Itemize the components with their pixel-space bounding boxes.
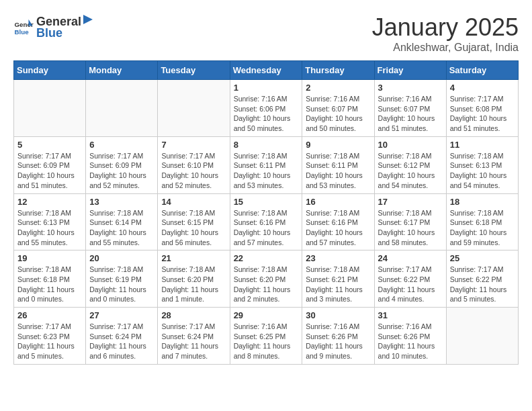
calendar-cell bbox=[14, 80, 86, 137]
calendar-cell: 2Sunrise: 7:16 AM Sunset: 6:07 PM Daylig… bbox=[302, 80, 374, 137]
day-info: Sunrise: 7:18 AM Sunset: 6:21 PM Dayligh… bbox=[306, 265, 370, 304]
day-info: Sunrise: 7:18 AM Sunset: 6:16 PM Dayligh… bbox=[234, 208, 299, 248]
day-info: Sunrise: 7:18 AM Sunset: 6:13 PM Dayligh… bbox=[450, 151, 515, 191]
svg-text:Blue: Blue bbox=[15, 28, 30, 36]
day-info: Sunrise: 7:18 AM Sunset: 6:20 PM Dayligh… bbox=[161, 265, 226, 304]
calendar-cell: 16Sunrise: 7:18 AM Sunset: 6:16 PM Dayli… bbox=[302, 193, 374, 250]
calendar-cell bbox=[158, 80, 230, 137]
day-number: 17 bbox=[378, 197, 443, 207]
day-number: 15 bbox=[234, 197, 299, 207]
calendar-cell: 8Sunrise: 7:18 AM Sunset: 6:11 PM Daylig… bbox=[230, 136, 302, 193]
day-info: Sunrise: 7:16 AM Sunset: 6:06 PM Dayligh… bbox=[234, 94, 299, 134]
day-number: 22 bbox=[234, 253, 299, 263]
calendar-cell: 21Sunrise: 7:18 AM Sunset: 6:20 PM Dayli… bbox=[158, 250, 230, 308]
day-info: Sunrise: 7:18 AM Sunset: 6:18 PM Dayligh… bbox=[450, 208, 515, 248]
calendar-cell: 18Sunrise: 7:18 AM Sunset: 6:18 PM Dayli… bbox=[446, 193, 518, 250]
day-number: 3 bbox=[378, 83, 443, 93]
calendar-cell: 10Sunrise: 7:18 AM Sunset: 6:12 PM Dayli… bbox=[374, 136, 446, 193]
day-number: 4 bbox=[450, 83, 515, 93]
day-number: 2 bbox=[306, 83, 370, 93]
day-number: 26 bbox=[17, 310, 82, 320]
day-info: Sunrise: 7:18 AM Sunset: 6:19 PM Dayligh… bbox=[89, 265, 154, 304]
day-info: Sunrise: 7:16 AM Sunset: 6:25 PM Dayligh… bbox=[234, 322, 299, 361]
calendar-cell: 9Sunrise: 7:18 AM Sunset: 6:11 PM Daylig… bbox=[302, 136, 374, 193]
day-info: Sunrise: 7:17 AM Sunset: 6:22 PM Dayligh… bbox=[450, 265, 515, 304]
day-info: Sunrise: 7:18 AM Sunset: 6:17 PM Dayligh… bbox=[378, 208, 443, 248]
day-info: Sunrise: 7:17 AM Sunset: 6:22 PM Dayligh… bbox=[378, 265, 443, 304]
day-number: 7 bbox=[161, 140, 226, 150]
weekday-header-monday: Monday bbox=[86, 61, 158, 80]
calendar-cell: 28Sunrise: 7:17 AM Sunset: 6:24 PM Dayli… bbox=[158, 308, 230, 365]
day-number: 30 bbox=[306, 310, 370, 320]
day-info: Sunrise: 7:16 AM Sunset: 6:07 PM Dayligh… bbox=[306, 94, 370, 134]
day-info: Sunrise: 7:18 AM Sunset: 6:20 PM Dayligh… bbox=[234, 265, 299, 304]
svg-marker-3 bbox=[83, 15, 93, 24]
day-number: 5 bbox=[17, 140, 82, 150]
calendar-cell: 14Sunrise: 7:18 AM Sunset: 6:15 PM Dayli… bbox=[158, 193, 230, 250]
logo: General Blue General Blue bbox=[13, 13, 95, 40]
day-number: 31 bbox=[378, 310, 443, 320]
weekday-header-sunday: Sunday bbox=[14, 61, 86, 80]
day-number: 6 bbox=[89, 140, 154, 150]
day-number: 8 bbox=[234, 140, 299, 150]
calendar-cell: 22Sunrise: 7:18 AM Sunset: 6:20 PM Dayli… bbox=[230, 250, 302, 308]
calendar-cell: 12Sunrise: 7:18 AM Sunset: 6:13 PM Dayli… bbox=[14, 193, 86, 250]
day-info: Sunrise: 7:16 AM Sunset: 6:26 PM Dayligh… bbox=[306, 322, 370, 361]
day-info: Sunrise: 7:16 AM Sunset: 6:07 PM Dayligh… bbox=[378, 94, 443, 134]
title-block: January 2025 Ankleshwar, Gujarat, India bbox=[372, 13, 519, 54]
logo-blue-text: Blue bbox=[36, 26, 62, 40]
day-number: 13 bbox=[89, 197, 154, 207]
calendar-cell: 24Sunrise: 7:17 AM Sunset: 6:22 PM Dayli… bbox=[374, 250, 446, 308]
day-info: Sunrise: 7:18 AM Sunset: 6:18 PM Dayligh… bbox=[17, 265, 82, 304]
day-info: Sunrise: 7:17 AM Sunset: 6:08 PM Dayligh… bbox=[450, 94, 515, 134]
calendar-cell: 27Sunrise: 7:17 AM Sunset: 6:24 PM Dayli… bbox=[86, 308, 158, 365]
day-number: 25 bbox=[450, 253, 515, 263]
day-info: Sunrise: 7:18 AM Sunset: 6:16 PM Dayligh… bbox=[306, 208, 370, 248]
day-info: Sunrise: 7:17 AM Sunset: 6:24 PM Dayligh… bbox=[89, 322, 154, 361]
day-info: Sunrise: 7:18 AM Sunset: 6:11 PM Dayligh… bbox=[306, 151, 370, 191]
day-number: 27 bbox=[89, 310, 154, 320]
calendar-cell: 7Sunrise: 7:17 AM Sunset: 6:10 PM Daylig… bbox=[158, 136, 230, 193]
day-info: Sunrise: 7:18 AM Sunset: 6:11 PM Dayligh… bbox=[234, 151, 299, 191]
calendar-cell: 15Sunrise: 7:18 AM Sunset: 6:16 PM Dayli… bbox=[230, 193, 302, 250]
day-number: 23 bbox=[306, 253, 370, 263]
day-info: Sunrise: 7:17 AM Sunset: 6:24 PM Dayligh… bbox=[161, 322, 226, 361]
day-number: 11 bbox=[450, 140, 515, 150]
day-info: Sunrise: 7:17 AM Sunset: 6:23 PM Dayligh… bbox=[17, 322, 82, 361]
weekday-header-tuesday: Tuesday bbox=[158, 61, 230, 80]
day-number: 24 bbox=[378, 253, 443, 263]
location-subtitle: Ankleshwar, Gujarat, India bbox=[372, 42, 519, 54]
calendar-week-row: 12Sunrise: 7:18 AM Sunset: 6:13 PM Dayli… bbox=[14, 193, 519, 250]
weekday-header-saturday: Saturday bbox=[446, 61, 518, 80]
calendar-cell: 19Sunrise: 7:18 AM Sunset: 6:18 PM Dayli… bbox=[14, 250, 86, 308]
calendar-week-row: 1Sunrise: 7:16 AM Sunset: 6:06 PM Daylig… bbox=[14, 80, 519, 137]
weekday-header-wednesday: Wednesday bbox=[230, 61, 302, 80]
logo-arrow-icon bbox=[82, 13, 94, 26]
day-number: 21 bbox=[161, 253, 226, 263]
calendar-cell: 29Sunrise: 7:16 AM Sunset: 6:25 PM Dayli… bbox=[230, 308, 302, 365]
day-number: 16 bbox=[306, 197, 370, 207]
day-number: 20 bbox=[89, 253, 154, 263]
calendar-cell: 13Sunrise: 7:18 AM Sunset: 6:14 PM Dayli… bbox=[86, 193, 158, 250]
calendar-cell: 1Sunrise: 7:16 AM Sunset: 6:06 PM Daylig… bbox=[230, 80, 302, 137]
day-info: Sunrise: 7:18 AM Sunset: 6:14 PM Dayligh… bbox=[89, 208, 154, 248]
calendar-cell bbox=[446, 308, 518, 365]
calendar-table: SundayMondayTuesdayWednesdayThursdayFrid… bbox=[13, 60, 519, 365]
calendar-cell: 3Sunrise: 7:16 AM Sunset: 6:07 PM Daylig… bbox=[374, 80, 446, 137]
calendar-cell: 23Sunrise: 7:18 AM Sunset: 6:21 PM Dayli… bbox=[302, 250, 374, 308]
day-number: 19 bbox=[17, 253, 82, 263]
day-info: Sunrise: 7:18 AM Sunset: 6:12 PM Dayligh… bbox=[378, 151, 443, 191]
calendar-cell: 31Sunrise: 7:16 AM Sunset: 6:26 PM Dayli… bbox=[374, 308, 446, 365]
day-number: 9 bbox=[306, 140, 370, 150]
day-number: 10 bbox=[378, 140, 443, 150]
month-title: January 2025 bbox=[372, 13, 519, 42]
calendar-cell bbox=[86, 80, 158, 137]
calendar-week-row: 5Sunrise: 7:17 AM Sunset: 6:09 PM Daylig… bbox=[14, 136, 519, 193]
weekday-header-thursday: Thursday bbox=[302, 61, 374, 80]
weekday-header-row: SundayMondayTuesdayWednesdayThursdayFrid… bbox=[14, 61, 519, 80]
calendar-cell: 6Sunrise: 7:17 AM Sunset: 6:09 PM Daylig… bbox=[86, 136, 158, 193]
weekday-header-friday: Friday bbox=[374, 61, 446, 80]
day-number: 14 bbox=[161, 197, 226, 207]
page-header: General Blue General Blue January 2025 A… bbox=[13, 13, 519, 54]
day-number: 29 bbox=[234, 310, 299, 320]
